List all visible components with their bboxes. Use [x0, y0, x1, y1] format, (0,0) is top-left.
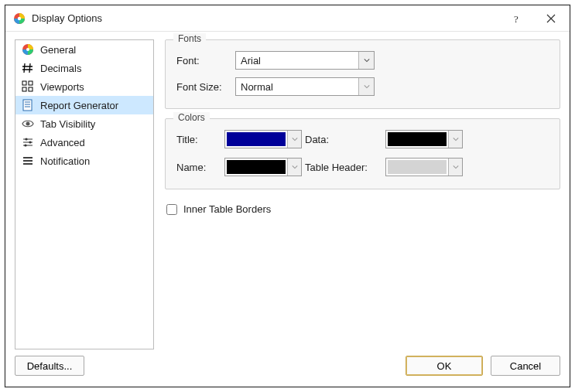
app-icon — [13, 12, 26, 25]
report-icon — [22, 99, 34, 111]
settings-panel: Fonts Font: Arial Font Size: Normal — [165, 39, 560, 349]
eye-icon — [22, 118, 34, 130]
sliders-icon — [22, 136, 34, 148]
sidebar-item-tab-visibility[interactable]: Tab Visibility — [15, 114, 153, 133]
font-size-value: Normal — [236, 78, 358, 95]
chevron-down-icon — [287, 159, 301, 176]
font-label: Font: — [176, 55, 231, 66]
ok-button[interactable]: OK — [406, 356, 483, 376]
viewports-icon — [22, 80, 34, 93]
sidebar-item-report-generator[interactable]: Report Generator — [15, 96, 153, 114]
font-size-label: Font Size: — [176, 81, 231, 93]
sidebar-item-label: Viewports — [40, 81, 84, 93]
sidebar-item-label: Notification — [40, 155, 90, 167]
svg-rect-5 — [22, 81, 26, 85]
list-icon — [22, 155, 34, 167]
svg-point-15 — [25, 138, 27, 140]
sidebar-item-decimals[interactable]: Decimals — [15, 59, 153, 77]
colors-group: Colors Title: Data: Name: — [165, 118, 560, 189]
chevron-down-icon — [358, 78, 374, 95]
fonts-group: Fonts Font: Arial Font Size: Normal — [165, 39, 560, 109]
dialog-footer: Defaults... OK Cancel — [5, 353, 570, 387]
svg-rect-6 — [29, 81, 33, 85]
name-color-label: Name: — [176, 162, 221, 173]
name-color-picker[interactable] — [224, 158, 302, 176]
inner-table-borders-label: Inner Table Borders — [183, 203, 271, 215]
color-swatch — [388, 132, 447, 146]
svg-point-1 — [18, 16, 21, 19]
fonts-legend: Fonts — [173, 33, 206, 44]
colors-legend: Colors — [173, 112, 210, 123]
svg-text:?: ? — [514, 13, 519, 24]
sidebar-item-label: Advanced — [40, 137, 85, 148]
svg-point-19 — [24, 144, 26, 146]
chevron-down-icon — [448, 131, 462, 148]
defaults-button[interactable]: Defaults... — [15, 356, 84, 376]
sidebar-item-viewports[interactable]: Viewports — [15, 77, 153, 96]
sidebar-item-label: General — [40, 44, 76, 56]
sidebar-item-label: Report Generator — [40, 100, 118, 111]
category-sidebar: General Decimals Viewports Report Genera… — [15, 39, 154, 349]
table-header-color-label: Table Header: — [305, 162, 382, 173]
svg-rect-8 — [29, 87, 33, 91]
color-wheel-icon — [22, 43, 34, 56]
data-color-picker[interactable] — [385, 130, 463, 148]
svg-point-17 — [29, 141, 31, 143]
color-swatch — [388, 160, 447, 174]
chevron-down-icon — [287, 131, 301, 148]
sidebar-item-label: Tab Visibility — [40, 118, 95, 130]
sidebar-item-notification[interactable]: Notification — [15, 152, 153, 170]
sidebar-item-advanced[interactable]: Advanced — [15, 133, 153, 152]
font-select[interactable]: Arial — [235, 51, 375, 70]
dialog-content: General Decimals Viewports Report Genera… — [5, 32, 570, 353]
svg-rect-7 — [22, 87, 26, 91]
window-title: Display Options — [32, 12, 500, 24]
inner-table-borders-row: Inner Table Borders — [165, 203, 560, 215]
color-swatch — [227, 132, 286, 146]
table-header-color-picker[interactable] — [385, 158, 463, 176]
sidebar-item-general[interactable]: General — [15, 40, 153, 59]
title-color-label: Title: — [176, 134, 221, 145]
data-color-label: Data: — [305, 134, 382, 145]
svg-rect-9 — [23, 100, 32, 111]
close-button[interactable] — [534, 6, 568, 31]
inner-table-borders-checkbox[interactable] — [166, 204, 177, 215]
help-button[interactable]: ? — [500, 6, 534, 31]
title-color-picker[interactable] — [224, 130, 302, 148]
font-value: Arial — [236, 52, 358, 69]
svg-point-4 — [26, 48, 29, 51]
titlebar: Display Options ? — [5, 5, 570, 32]
cancel-button[interactable]: Cancel — [491, 356, 560, 376]
sidebar-item-label: Decimals — [40, 63, 81, 74]
color-swatch — [227, 160, 286, 174]
display-options-dialog: Display Options ? General Decimals — [5, 5, 570, 387]
svg-point-13 — [26, 122, 30, 126]
chevron-down-icon — [358, 52, 374, 69]
hash-icon — [22, 62, 34, 74]
font-size-select[interactable]: Normal — [235, 77, 375, 96]
chevron-down-icon — [448, 159, 462, 176]
